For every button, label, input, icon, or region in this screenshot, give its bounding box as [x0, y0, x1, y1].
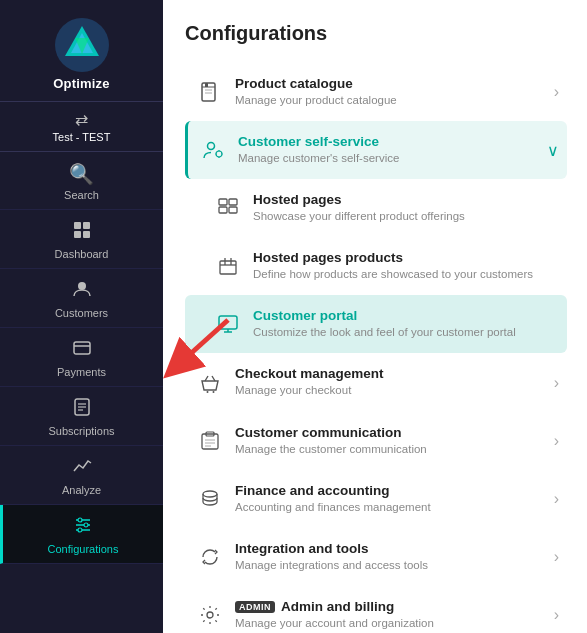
- svg-rect-33: [229, 199, 237, 205]
- app-name: Optimize: [53, 76, 110, 91]
- gear-icon: [195, 604, 225, 626]
- page-title: Configurations: [185, 22, 567, 45]
- sidebar-item-analyze[interactable]: Analyze: [0, 446, 163, 505]
- grid-icon: [213, 197, 243, 219]
- config-list: Product catalogue Manage your product ca…: [185, 63, 567, 633]
- config-desc: Manage your product catalogue: [235, 92, 548, 108]
- sidebar-item-label: Search: [64, 189, 99, 201]
- switch-icon: ⇄: [75, 110, 88, 129]
- config-desc: Define how products are showcased to you…: [253, 266, 559, 282]
- config-name: Product catalogue: [235, 76, 548, 91]
- svg-point-40: [207, 391, 209, 393]
- config-name: ADMINAdmin and billing: [235, 599, 548, 614]
- config-text: Hosted pages products Define how product…: [253, 250, 559, 282]
- sidebar-item-dashboard[interactable]: Dashboard: [0, 210, 163, 269]
- config-item-hosted-pages[interactable]: Hosted pages Showcase your different pro…: [185, 179, 567, 237]
- config-name: Integration and tools: [235, 541, 548, 556]
- config-name: Checkout management: [235, 366, 548, 381]
- config-desc: Customize the look and feel of your cust…: [253, 324, 559, 340]
- svg-point-18: [78, 518, 82, 522]
- svg-rect-7: [83, 231, 90, 238]
- chevron-right-icon: ›: [554, 490, 559, 508]
- config-item-product-catalogue[interactable]: Product catalogue Manage your product ca…: [185, 63, 567, 121]
- svg-point-19: [84, 523, 88, 527]
- svg-point-27: [216, 151, 222, 157]
- sidebar-item-label: Payments: [57, 366, 106, 378]
- sidebar-item-payments[interactable]: Payments: [0, 328, 163, 387]
- configurations-icon: [73, 515, 93, 540]
- config-item-customer-self-service[interactable]: Customer self-service Manage customer's …: [185, 121, 567, 179]
- config-item-checkout-management[interactable]: Checkout management Manage your checkout…: [185, 353, 567, 411]
- admin-badge: ADMIN: [235, 601, 275, 613]
- analyze-icon: [72, 456, 92, 481]
- config-desc: Manage the customer communication: [235, 441, 548, 457]
- config-name: Hosted pages: [253, 192, 559, 207]
- config-item-admin-billing[interactable]: ADMINAdmin and billing Manage your accou…: [185, 586, 567, 633]
- app-logo: [55, 18, 109, 72]
- config-name: Customer communication: [235, 425, 548, 440]
- svg-rect-21: [202, 83, 215, 101]
- chevron-right-icon: ›: [554, 606, 559, 624]
- svg-point-20: [78, 528, 82, 532]
- svg-rect-9: [74, 342, 90, 354]
- svg-point-26: [208, 143, 215, 150]
- search-icon: 🔍: [69, 162, 94, 186]
- sidebar-item-label: Analyze: [62, 484, 101, 496]
- sidebar-item-label: Subscriptions: [48, 425, 114, 437]
- svg-point-47: [203, 491, 217, 497]
- svg-rect-35: [229, 207, 237, 213]
- sidebar-item-label: Dashboard: [55, 248, 109, 260]
- svg-rect-5: [83, 222, 90, 229]
- config-item-integration-tools[interactable]: Integration and tools Manage integration…: [185, 528, 567, 586]
- svg-rect-37: [219, 316, 237, 329]
- config-desc: Manage your checkout: [235, 382, 548, 398]
- chevron-down-icon: ∨: [547, 141, 559, 160]
- config-item-customer-communication[interactable]: Customer communication Manage the custom…: [185, 412, 567, 470]
- svg-point-41: [213, 391, 215, 393]
- config-text: Customer self-service Manage customer's …: [238, 134, 541, 166]
- config-desc: Accounting and finances management: [235, 499, 548, 515]
- chevron-right-icon: ›: [554, 548, 559, 566]
- svg-rect-4: [74, 222, 81, 229]
- svg-rect-6: [74, 231, 81, 238]
- sidebar-item-search[interactable]: 🔍 Search: [0, 152, 163, 210]
- svg-rect-23: [205, 83, 208, 87]
- sidebar-item-subscriptions[interactable]: Subscriptions: [0, 387, 163, 446]
- config-text: Checkout management Manage your checkout: [235, 366, 548, 398]
- environment-selector[interactable]: ⇄ Test - TEST: [0, 102, 163, 152]
- sidebar: Optimize ⇄ Test - TEST 🔍 Search Dashboar…: [0, 0, 163, 633]
- config-item-hosted-pages-products[interactable]: Hosted pages products Define how product…: [185, 237, 567, 295]
- config-text: Finance and accounting Accounting and fi…: [235, 483, 548, 515]
- config-text: Customer portal Customize the look and f…: [253, 308, 559, 340]
- book-icon: [195, 81, 225, 103]
- chevron-right-icon: ›: [554, 83, 559, 101]
- config-text: Hosted pages Showcase your different pro…: [253, 192, 559, 224]
- box-icon: [213, 255, 243, 277]
- config-name: Customer portal: [253, 308, 559, 323]
- config-item-customer-portal[interactable]: Customer portal Customize the look and f…: [185, 295, 567, 353]
- config-desc: Manage integrations and access tools: [235, 557, 548, 573]
- env-label: Test - TEST: [53, 131, 111, 143]
- config-desc: Manage your account and organization: [235, 615, 548, 631]
- sidebar-item-customers[interactable]: Customers: [0, 269, 163, 328]
- payments-icon: [72, 338, 92, 363]
- subscriptions-icon: [72, 397, 92, 422]
- customers-icon: [72, 279, 92, 304]
- database-icon: [195, 488, 225, 510]
- config-text: Product catalogue Manage your product ca…: [235, 76, 548, 108]
- main-content: Configurations Product catalogue Manage …: [163, 0, 587, 633]
- person-gear-icon: [198, 139, 228, 161]
- sidebar-item-label: Customers: [55, 307, 108, 319]
- svg-point-8: [78, 282, 86, 290]
- config-desc: Showcase your different product offering…: [253, 208, 559, 224]
- basket-icon: [195, 372, 225, 394]
- config-item-finance-accounting[interactable]: Finance and accounting Accounting and fi…: [185, 470, 567, 528]
- svg-rect-32: [219, 199, 227, 205]
- sidebar-item-label: Configurations: [48, 543, 119, 555]
- svg-rect-34: [219, 207, 227, 213]
- config-text: Integration and tools Manage integration…: [235, 541, 548, 573]
- chevron-right-icon: ›: [554, 432, 559, 450]
- config-desc: Manage customer's self-service: [238, 150, 541, 166]
- sidebar-item-configurations[interactable]: Configurations: [0, 505, 163, 564]
- refresh-gear-icon: [195, 546, 225, 568]
